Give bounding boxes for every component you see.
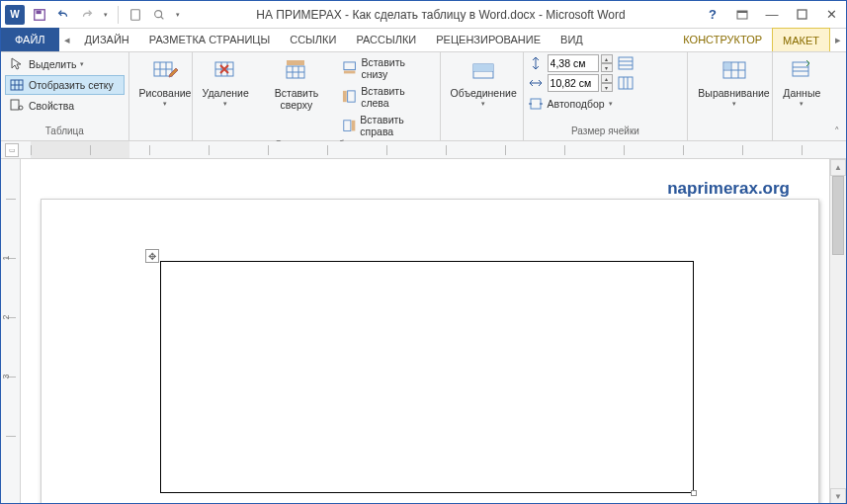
qat-save-icon[interactable] (29, 4, 50, 26)
group-draw-label (133, 126, 188, 140)
insert-above-icon (282, 56, 311, 86)
data-button[interactable]: Данные ▾ (777, 54, 826, 109)
tab-table-design[interactable]: КОНСТРУКТОР (673, 28, 772, 51)
scroll-thumb[interactable] (832, 176, 844, 255)
svg-rect-5 (737, 11, 747, 13)
maximize-button[interactable] (787, 4, 816, 26)
qat-customize-icon[interactable]: ▾ (100, 4, 112, 26)
delete-button[interactable]: Удаление ▾ (197, 54, 255, 109)
ribbon-display-button[interactable] (727, 4, 757, 26)
insert-above-label: Вставить сверху (261, 88, 332, 111)
col-width-icon (528, 75, 544, 91)
document-page[interactable]: ✥ (41, 199, 819, 504)
merge-button[interactable]: Объединение ▾ (445, 54, 523, 109)
svg-rect-15 (344, 71, 355, 74)
tab-mailings[interactable]: РАССЫЛКИ (346, 28, 426, 51)
cursor-icon (9, 56, 25, 72)
svg-rect-8 (11, 100, 19, 110)
ruler-corner[interactable]: ▭ (5, 143, 19, 157)
svg-rect-1 (37, 10, 42, 14)
svg-rect-22 (619, 57, 633, 69)
group-merge-label (445, 126, 519, 140)
insert-right-label: Вставить справа (360, 114, 431, 137)
autofit-label: Автоподбор (548, 98, 605, 110)
qat-touch-icon[interactable] (125, 4, 146, 26)
qat-dropdown-icon[interactable]: ▾ (172, 4, 184, 26)
tab-table-layout[interactable]: МАКЕТ (772, 28, 830, 51)
delete-label: Удаление (203, 88, 249, 100)
insert-below-icon (342, 60, 357, 76)
tab-design[interactable]: ДИЗАЙН (75, 28, 139, 51)
distribute-rows-icon[interactable] (617, 54, 635, 72)
horizontal-ruler[interactable]: ▭ 1 1 2 3 4 5 6 7 8 9 10 11 12 13 (1, 141, 846, 159)
document-viewport[interactable]: naprimerax.org ✥ (21, 159, 829, 504)
svg-rect-19 (352, 121, 356, 131)
group-size-label: Размер ячейки (528, 126, 684, 140)
properties-button[interactable]: Свойства (5, 96, 125, 116)
tab-references[interactable]: ССЫЛКИ (280, 28, 346, 51)
tab-view[interactable]: ВИД (551, 28, 593, 51)
insert-below-label: Вставить снизу (361, 56, 431, 80)
view-gridlines-button[interactable]: Отобразить сетку (5, 75, 125, 95)
width-spin-down[interactable]: ▾ (601, 83, 613, 92)
vertical-scrollbar[interactable]: ▲ ▼ (829, 159, 846, 504)
qat-redo-icon[interactable] (76, 4, 98, 26)
alignment-label: Выравнивание (698, 88, 769, 100)
word-app-icon: W (5, 5, 25, 25)
data-label: Данные (783, 88, 820, 100)
vertical-ruler[interactable]: 1 2 3 (1, 159, 21, 504)
close-button[interactable]: ✕ (816, 4, 846, 26)
svg-rect-6 (798, 10, 806, 19)
tab-review[interactable]: РЕЦЕНЗИРОВАНИЕ (426, 28, 551, 51)
height-spin-up[interactable]: ▴ (601, 54, 613, 63)
distribute-cols-icon[interactable] (617, 74, 635, 92)
svg-rect-21 (473, 64, 493, 71)
svg-rect-17 (343, 91, 347, 102)
svg-rect-2 (131, 9, 140, 20)
table-cell[interactable] (160, 261, 694, 493)
svg-point-3 (155, 10, 162, 17)
scroll-up-button[interactable]: ▲ (830, 159, 846, 176)
qat-undo-icon[interactable] (52, 4, 74, 26)
alignment-icon (720, 56, 749, 86)
svg-rect-14 (344, 62, 355, 70)
group-align-label (692, 126, 768, 140)
insert-above-button[interactable]: Вставить сверху (255, 54, 338, 113)
tab-file[interactable]: ФАЙЛ (1, 28, 59, 51)
insert-left-icon (342, 89, 357, 105)
scroll-down-button[interactable]: ▼ (830, 488, 846, 504)
insert-below-button[interactable]: Вставить снизу (338, 54, 436, 82)
table-resize-handle[interactable] (691, 490, 697, 496)
insert-left-label: Вставить слева (361, 85, 431, 109)
row-height-icon (528, 55, 544, 71)
tab-scroll-left[interactable]: ◂ (59, 28, 75, 51)
table-move-handle-icon[interactable]: ✥ (145, 249, 159, 263)
help-button[interactable]: ? (698, 4, 727, 26)
collapse-ribbon-button[interactable]: ˄ (828, 52, 846, 140)
insert-left-button[interactable]: Вставить слева (338, 83, 436, 111)
qat-zoom-icon[interactable] (148, 4, 170, 26)
autofit-button[interactable]: Автоподбор ▾ (528, 94, 617, 114)
minimize-button[interactable]: — (757, 4, 787, 26)
select-button[interactable]: Выделить ▾ (5, 54, 125, 74)
svg-rect-26 (724, 63, 730, 69)
properties-icon (9, 98, 25, 114)
row-height-input[interactable] (548, 54, 599, 72)
tab-scroll-right[interactable]: ▸ (830, 28, 846, 51)
draw-button[interactable]: Рисование ▾ (133, 54, 198, 109)
col-width-input[interactable] (548, 74, 599, 92)
delete-icon (211, 56, 240, 86)
group-data-label (777, 126, 824, 140)
autofit-icon (528, 96, 544, 112)
svg-rect-27 (793, 62, 808, 76)
insert-right-icon (342, 118, 356, 133)
height-spin-down[interactable]: ▾ (601, 63, 613, 72)
tab-page-layout[interactable]: РАЗМЕТКА СТРАНИЦЫ (139, 28, 280, 51)
svg-rect-18 (344, 121, 351, 131)
insert-right-button[interactable]: Вставить справа (338, 112, 436, 139)
scroll-track[interactable] (830, 176, 846, 488)
svg-rect-24 (531, 99, 541, 109)
alignment-button[interactable]: Выравнивание ▾ (692, 54, 775, 109)
svg-rect-23 (619, 77, 633, 89)
width-spin-up[interactable]: ▴ (601, 74, 613, 83)
